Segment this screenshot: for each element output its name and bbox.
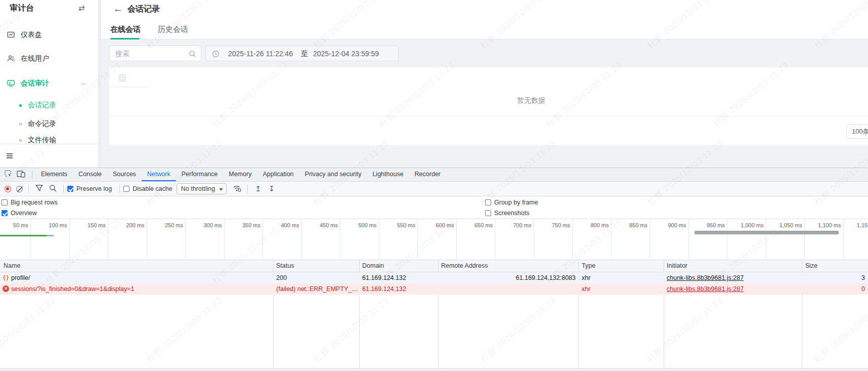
devtools-tab-performance[interactable]: Performance bbox=[176, 168, 224, 181]
cell-type: xhr bbox=[582, 274, 660, 281]
throttling-select[interactable]: No throttling bbox=[177, 183, 227, 194]
ruler-tick-label: 1,000 ms bbox=[725, 222, 764, 229]
overview-checkbox[interactable] bbox=[2, 210, 8, 216]
back-arrow-icon[interactable]: ← bbox=[113, 4, 123, 15]
ruler-tick-label: 650 ms bbox=[454, 222, 493, 229]
chevron-up-icon: ︿ bbox=[81, 79, 86, 87]
empty-state-text: 暂无数据 bbox=[506, 96, 556, 105]
column-header-type[interactable]: Type bbox=[582, 262, 595, 269]
overview-scrollbar-thumb[interactable] bbox=[695, 231, 839, 234]
menu-list-icon[interactable] bbox=[7, 153, 13, 159]
sidebar-item-dashboard[interactable]: 仪表盘 bbox=[0, 30, 98, 46]
devtools-tab-lighthouse[interactable]: Lighthouse bbox=[367, 168, 409, 181]
overview-label: Overview bbox=[11, 210, 37, 217]
table-header-divider bbox=[109, 87, 150, 87]
group-by-frame-checkbox[interactable] bbox=[485, 199, 491, 205]
cell-initiator[interactable]: chunk-libs.8b3b9681.js:287 bbox=[667, 274, 798, 281]
network-request-row[interactable]: {}profile/20061.169.124.13261.169.124.13… bbox=[0, 272, 868, 283]
tab-history-sessions[interactable]: 历史会话 bbox=[158, 25, 188, 34]
column-header-status[interactable]: Status bbox=[276, 262, 294, 269]
devtools-tab-network[interactable]: Network bbox=[142, 168, 176, 181]
cell-status: (failed) net::ERR_EMPTY_… bbox=[276, 285, 357, 293]
devtools-tab-privacy-and-security[interactable]: Privacy and security bbox=[299, 168, 367, 181]
devtools-tab-sources[interactable]: Sources bbox=[107, 168, 142, 181]
import-har-icon[interactable]: ↥ bbox=[255, 184, 262, 193]
tab-online-sessions[interactable]: 在线会话 bbox=[110, 25, 141, 34]
record-network-log-icon[interactable] bbox=[5, 186, 11, 192]
search-input[interactable]: 搜索 bbox=[109, 46, 201, 61]
inspect-element-icon[interactable] bbox=[4, 170, 12, 180]
device-toolbar-icon[interactable] bbox=[17, 170, 25, 180]
cell-status: 200 bbox=[276, 274, 357, 281]
network-table-header: NameStatusDomainRemote AddressTypeInitia… bbox=[0, 260, 868, 272]
cell-size: 3 bbox=[840, 274, 865, 281]
ruler-tick-label: 200 ms bbox=[106, 222, 145, 229]
devtools-tab-console[interactable]: Console bbox=[73, 168, 107, 181]
devtools-tab-application[interactable]: Application bbox=[257, 168, 299, 181]
failed-request-icon: ✕ bbox=[3, 285, 9, 292]
column-header-domain[interactable]: Domain bbox=[362, 262, 384, 269]
sidebar-item-file-transfer[interactable]: 文件传输 bbox=[0, 136, 98, 143]
devtools-tabbar: ElementsConsoleSourcesNetworkPerformance… bbox=[0, 168, 868, 182]
page-header: ← 会话记录 bbox=[101, 0, 868, 20]
caret-down-icon bbox=[219, 188, 223, 191]
cell-domain: 61.169.124.132 bbox=[362, 274, 438, 281]
search-network-icon[interactable] bbox=[49, 184, 57, 193]
select-all-checkbox[interactable] bbox=[119, 74, 126, 81]
column-header-remote[interactable]: Remote Address bbox=[441, 262, 488, 269]
column-header-initiator[interactable]: Initiator bbox=[667, 262, 687, 269]
date-start-value[interactable]: 2025-11-26 11:22:46 bbox=[228, 50, 293, 58]
main-content: ← 会话记录 在线会话 历史会话 搜索 2025-11-26 11:22:46 … bbox=[101, 0, 868, 168]
ruler-tick-label: 500 ms bbox=[338, 222, 377, 229]
preserve-log-checkbox[interactable] bbox=[67, 186, 73, 192]
screenshots-checkbox[interactable] bbox=[485, 210, 491, 216]
table-footer-divider bbox=[109, 116, 868, 116]
session-table-card: 暂无数据 100条/页 bbox=[109, 67, 868, 145]
filter-icon[interactable] bbox=[35, 185, 43, 193]
column-header-size[interactable]: Size bbox=[805, 262, 817, 269]
users-icon bbox=[7, 55, 15, 62]
group-by-frame-label: Group by frame bbox=[494, 199, 538, 206]
disable-cache-checkbox[interactable] bbox=[123, 186, 129, 192]
session-audit-icon bbox=[7, 79, 15, 87]
big-request-rows-label: Big request rows bbox=[11, 199, 58, 206]
network-conditions-icon[interactable] bbox=[233, 184, 242, 193]
clear-network-log-icon[interactable] bbox=[16, 186, 23, 192]
ruler-tick-label: 250 ms bbox=[145, 222, 183, 229]
page-size-select[interactable]: 100条/页 bbox=[846, 125, 868, 139]
screenshots-label: Screenshots bbox=[494, 210, 529, 217]
date-range-picker[interactable]: 2025-11-26 11:22:46 至 2025-12-04 23:59:5… bbox=[205, 46, 399, 61]
devtools-tab-elements[interactable]: Elements bbox=[35, 168, 73, 181]
network-toolbar: Preserve log Disable cache No throttling… bbox=[0, 182, 868, 196]
ruler-tick-label: 400 ms bbox=[261, 222, 299, 229]
cell-initiator[interactable]: chunk-libs.8b3b9681.js:287 bbox=[667, 285, 798, 293]
ruler-tick-label: 550 ms bbox=[377, 222, 415, 229]
search-icon bbox=[189, 50, 196, 58]
column-header-name[interactable]: Name bbox=[4, 262, 20, 269]
cell-type: xhr bbox=[582, 285, 660, 293]
sidebar-item-session-records[interactable]: 会话记录 bbox=[0, 101, 98, 111]
xhr-json-icon: {} bbox=[3, 274, 9, 281]
overview-green-bar bbox=[0, 235, 47, 236]
ruler-tick-label: 300 ms bbox=[184, 222, 222, 229]
ruler-tick-label: 50 ms bbox=[0, 222, 28, 229]
date-end-value[interactable]: 2025-12-04 23:59:59 bbox=[313, 50, 379, 58]
cell-remote-address: 61.169.124.132:8083 bbox=[440, 274, 576, 281]
disable-cache-label: Disable cache bbox=[133, 185, 172, 192]
network-overview-ruler[interactable]: 50 ms100 ms150 ms200 ms250 ms300 ms350 m… bbox=[0, 219, 868, 260]
sidebar-collapse-icon[interactable]: ⇄ bbox=[78, 4, 85, 13]
devtools-tab-recorder[interactable]: Recorder bbox=[409, 168, 446, 181]
sidebar-item-session-audit[interactable]: 会话审计 ︿ bbox=[0, 79, 98, 94]
clock-icon bbox=[212, 50, 220, 59]
network-request-row[interactable]: ✕sessions/?is_finished=0&draw=1&display=… bbox=[0, 283, 868, 295]
ruler-tick-label: 600 ms bbox=[416, 222, 454, 229]
devtools-panel: ElementsConsoleSourcesNetworkPerformance… bbox=[0, 168, 868, 371]
sidebar-item-command-records[interactable]: 命令记录 bbox=[0, 119, 98, 130]
big-request-rows-checkbox[interactable] bbox=[2, 199, 8, 205]
export-har-icon[interactable]: ↧ bbox=[269, 184, 275, 193]
window-bottom-strip bbox=[0, 368, 868, 371]
sidebar-item-online-users[interactable]: 在线用户 bbox=[0, 54, 98, 69]
network-requests-table: NameStatusDomainRemote AddressTypeInitia… bbox=[0, 260, 868, 371]
devtools-tab-memory[interactable]: Memory bbox=[223, 168, 257, 181]
date-separator: 至 bbox=[301, 50, 308, 59]
